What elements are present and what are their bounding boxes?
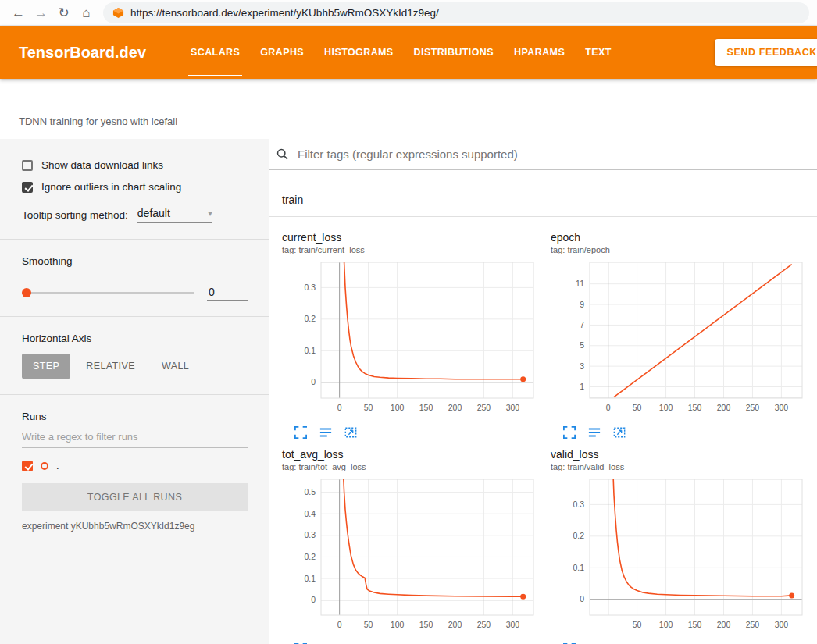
svg-text:300: 300: [775, 620, 789, 629]
svg-text:100: 100: [659, 403, 673, 412]
smoothing-slider-thumb[interactable]: [22, 288, 31, 297]
tooltip-sorting-dropdown[interactable]: default ▾: [137, 207, 212, 223]
chart-card-tot-avg-loss: tot_avg_loss tag: train/tot_avg_loss 050…: [282, 448, 544, 644]
ignore-outliers-checkbox-row[interactable]: Ignore outliers in chart scaling: [22, 181, 248, 193]
chart-card-epoch: epoch tag: train/epoch 05010015020025030…: [551, 231, 813, 439]
line-chart-current-loss[interactable]: 05010015020025030000.10.20.3: [282, 259, 544, 425]
group-title[interactable]: train: [269, 183, 817, 217]
svg-text:0.5: 0.5: [304, 487, 316, 496]
svg-text:100: 100: [659, 620, 673, 629]
chart-tag: tag: train/valid_loss: [551, 462, 813, 471]
svg-text:100: 100: [391, 620, 405, 629]
line-chart-valid-loss[interactable]: 5010015020025030000.10.20.3: [551, 476, 813, 642]
axis-wall-button[interactable]: WALL: [151, 354, 200, 379]
chevron-down-icon: ▾: [208, 208, 212, 219]
svg-text:50: 50: [364, 620, 373, 629]
svg-text:100: 100: [391, 403, 405, 412]
line-chart-epoch[interactable]: 0501001502002503001357911: [551, 259, 813, 425]
axis-step-button[interactable]: STEP: [22, 354, 70, 379]
chart-tag: tag: train/tot_avg_loss: [282, 462, 544, 471]
tooltip-sorting-value: default: [137, 207, 170, 219]
chart-tag: tag: train/current_loss: [282, 245, 544, 254]
fit-domain-icon[interactable]: [344, 426, 357, 439]
svg-text:0: 0: [337, 620, 342, 629]
nav-tabs: SCALARS GRAPHS HISTOGRAMS DISTRIBUTIONS …: [180, 26, 622, 79]
tab-graphs[interactable]: GRAPHS: [250, 26, 314, 79]
experiment-title: TDNN training for yesno with icefall: [19, 116, 177, 127]
axis-relative-button[interactable]: RELATIVE: [75, 354, 146, 379]
svg-text:0.3: 0.3: [304, 283, 316, 292]
line-chart-tot-avg-loss[interactable]: 05010015020025030000.10.20.30.40.5: [282, 476, 544, 642]
forward-icon[interactable]: →: [30, 6, 52, 20]
svg-text:300: 300: [506, 403, 520, 412]
scalars-main: train current_loss tag: train/current_lo…: [269, 139, 817, 644]
svg-text:250: 250: [746, 620, 760, 629]
svg-text:50: 50: [633, 620, 642, 629]
svg-text:200: 200: [448, 620, 462, 629]
settings-sidebar: Show data download links Ignore outliers…: [0, 139, 269, 644]
smoothing-value-input[interactable]: [207, 284, 248, 301]
tab-scalars[interactable]: SCALARS: [180, 26, 250, 79]
tag-filter-input[interactable]: [296, 147, 808, 162]
toggle-all-runs-button[interactable]: TOGGLE ALL RUNS: [22, 483, 248, 511]
svg-text:150: 150: [688, 620, 702, 629]
svg-text:0.2: 0.2: [573, 531, 584, 540]
expand-icon[interactable]: [294, 426, 307, 439]
svg-text:50: 50: [364, 403, 373, 412]
svg-text:300: 300: [775, 403, 789, 412]
chart-title: tot_avg_loss: [282, 448, 544, 461]
charts-grid: current_loss tag: train/current_loss 050…: [269, 217, 817, 644]
chart-card-current-loss: current_loss tag: train/current_loss 050…: [282, 231, 544, 439]
run-list-item[interactable]: .: [22, 460, 248, 471]
experiment-caption: experiment yKUbhb5wRmOSXYkId1z9eg: [22, 521, 248, 532]
run-name: .: [56, 460, 59, 471]
horizontal-axis-label: Horizontal Axis: [22, 333, 248, 344]
runs-filter-input[interactable]: [22, 425, 248, 448]
reload-icon[interactable]: ↻: [53, 6, 74, 20]
ignore-outliers-checkbox[interactable]: [22, 182, 33, 193]
send-feedback-button[interactable]: SEND FEEDBACK: [715, 39, 817, 66]
svg-text:0.4: 0.4: [304, 509, 316, 518]
train-group-card: train current_loss tag: train/current_lo…: [269, 183, 817, 644]
chart-title: epoch: [551, 231, 813, 244]
svg-text:50: 50: [633, 403, 642, 412]
svg-text:0: 0: [337, 403, 342, 412]
smoothing-slider[interactable]: [22, 292, 194, 294]
svg-text:150: 150: [419, 620, 433, 629]
chart-title: current_loss: [282, 231, 544, 244]
svg-text:0: 0: [580, 594, 584, 603]
runs-label: Runs: [22, 411, 248, 422]
ignore-outliers-label: Ignore outliers in chart scaling: [41, 181, 181, 193]
run-checkbox[interactable]: [22, 461, 33, 471]
svg-text:3: 3: [580, 361, 584, 371]
divider: [0, 239, 269, 240]
svg-text:0: 0: [606, 403, 611, 412]
chart-card-valid-loss: valid_loss tag: train/valid_loss 5010015…: [551, 448, 813, 644]
chart-title: valid_loss: [551, 448, 813, 461]
tab-hparams[interactable]: HPARAMS: [504, 26, 575, 79]
tab-distributions[interactable]: DISTRIBUTIONS: [404, 26, 504, 79]
show-download-links-checkbox-row[interactable]: Show data download links: [22, 159, 248, 171]
home-icon[interactable]: ⌂: [76, 6, 97, 20]
svg-text:0.3: 0.3: [304, 530, 316, 539]
address-bar[interactable]: https://tensorboard.dev/experiment/yKUbh…: [103, 2, 809, 23]
svg-text:150: 150: [688, 403, 702, 412]
tab-text[interactable]: TEXT: [575, 26, 622, 79]
svg-text:0.1: 0.1: [304, 346, 316, 355]
fit-domain-icon[interactable]: [613, 426, 626, 439]
chart-toolbar: [282, 426, 544, 439]
svg-text:250: 250: [477, 620, 491, 629]
full-width-icon[interactable]: [588, 426, 601, 439]
back-icon[interactable]: ←: [8, 6, 29, 20]
tab-histograms[interactable]: HISTOGRAMS: [314, 26, 404, 79]
expand-icon[interactable]: [563, 426, 576, 439]
chart-tag: tag: train/epoch: [551, 245, 813, 254]
show-download-links-checkbox[interactable]: [22, 160, 33, 171]
full-width-icon[interactable]: [319, 426, 332, 439]
experiment-title-bar: TDNN training for yesno with icefall: [0, 79, 817, 139]
tensorboard-favicon: [112, 7, 124, 19]
svg-text:0.2: 0.2: [304, 552, 316, 561]
tooltip-sorting-label: Tooltip sorting method:: [22, 209, 128, 221]
svg-text:0: 0: [311, 595, 316, 604]
chart-toolbar: [551, 426, 813, 439]
